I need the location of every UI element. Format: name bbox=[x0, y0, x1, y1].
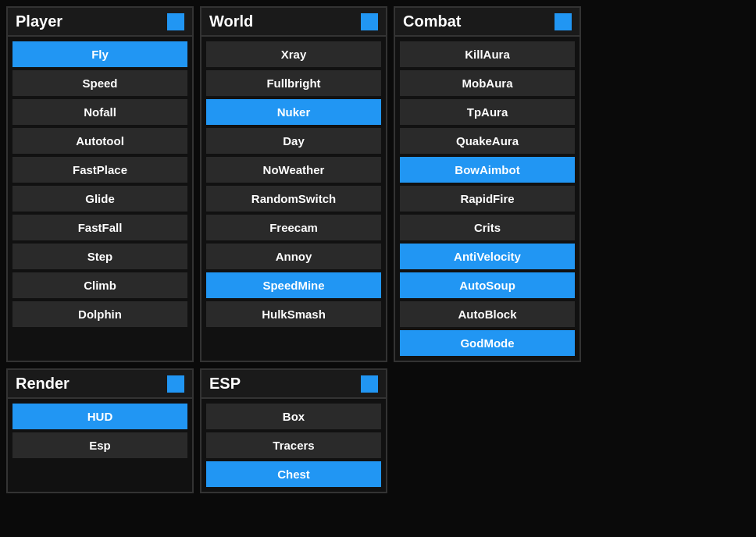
world-button-fullbright[interactable]: Fullbright bbox=[206, 70, 381, 96]
player-button-fly[interactable]: Fly bbox=[12, 41, 187, 67]
combat-panel-title: Combat bbox=[403, 12, 461, 30]
esp-button-chest[interactable]: Chest bbox=[206, 461, 381, 487]
render-panel-toggle[interactable] bbox=[167, 375, 184, 393]
esp-button-box[interactable]: Box bbox=[206, 404, 381, 429]
combat-button-crits[interactable]: Crits bbox=[400, 215, 575, 240]
player-button-speed[interactable]: Speed bbox=[12, 70, 187, 96]
world-panel-toggle[interactable] bbox=[361, 13, 378, 30]
top-row: Player FlySpeedNofallAutotoolFastPlaceGl… bbox=[6, 6, 750, 362]
combat-button-tpaura[interactable]: TpAura bbox=[400, 99, 575, 125]
combat-button-antivelocity[interactable]: AntiVelocity bbox=[400, 244, 575, 269]
world-panel: World XrayFullbrightNukerDayNoWeatherRan… bbox=[200, 6, 387, 362]
combat-button-mobaura[interactable]: MobAura bbox=[400, 70, 575, 96]
world-button-day[interactable]: Day bbox=[206, 128, 381, 154]
player-button-fastplace[interactable]: FastPlace bbox=[12, 157, 187, 183]
world-button-hulksmash[interactable]: HulkSmash bbox=[206, 301, 381, 327]
player-button-nofall[interactable]: Nofall bbox=[12, 99, 187, 125]
world-button-nuker[interactable]: Nuker bbox=[206, 99, 381, 125]
render-button-esp[interactable]: Esp bbox=[12, 432, 187, 458]
render-panel-body: HUDEsp bbox=[8, 399, 192, 463]
esp-panel-toggle[interactable] bbox=[361, 375, 378, 393]
world-button-xray[interactable]: Xray bbox=[206, 41, 381, 67]
combat-panel-toggle[interactable] bbox=[555, 13, 572, 30]
player-button-step[interactable]: Step bbox=[12, 244, 187, 269]
player-panel-body: FlySpeedNofallAutotoolFastPlaceGlideFast… bbox=[8, 37, 192, 332]
combat-panel-header: Combat bbox=[395, 8, 579, 37]
combat-panel: Combat KillAuraMobAuraTpAuraQuakeAuraBow… bbox=[394, 6, 581, 362]
combat-button-quakeaura[interactable]: QuakeAura bbox=[400, 128, 575, 154]
esp-panel-header: ESP bbox=[201, 370, 386, 399]
render-panel-title: Render bbox=[16, 375, 70, 393]
combat-button-rapidfire[interactable]: RapidFire bbox=[400, 186, 575, 212]
world-panel-body: XrayFullbrightNukerDayNoWeatherRandomSwi… bbox=[201, 37, 386, 332]
world-button-randomswitch[interactable]: RandomSwitch bbox=[206, 186, 381, 212]
esp-panel-body: BoxTracersChest bbox=[201, 399, 386, 492]
player-button-climb[interactable]: Climb bbox=[12, 272, 187, 298]
esp-panel-title: ESP bbox=[209, 375, 241, 393]
esp-panel: ESP BoxTracersChest bbox=[200, 368, 387, 493]
player-button-autotool[interactable]: Autotool bbox=[12, 128, 187, 154]
player-button-dolphin[interactable]: Dolphin bbox=[12, 301, 187, 327]
player-button-glide[interactable]: Glide bbox=[12, 186, 187, 212]
player-panel-header: Player bbox=[8, 8, 192, 37]
esp-button-tracers[interactable]: Tracers bbox=[206, 432, 381, 458]
bottom-row: Render HUDEsp ESP BoxTracersChest bbox=[6, 368, 750, 493]
render-panel: Render HUDEsp bbox=[6, 368, 194, 493]
world-button-speedmine[interactable]: SpeedMine bbox=[206, 272, 381, 298]
render-panel-header: Render bbox=[8, 370, 192, 399]
combat-button-autoblock[interactable]: AutoBlock bbox=[400, 301, 575, 327]
combat-button-autosoup[interactable]: AutoSoup bbox=[400, 272, 575, 298]
world-panel-header: World bbox=[201, 8, 386, 37]
player-button-fastfall[interactable]: FastFall bbox=[12, 215, 187, 240]
combat-panel-body: KillAuraMobAuraTpAuraQuakeAuraBowAimbotR… bbox=[395, 37, 579, 361]
world-button-freecam[interactable]: Freecam bbox=[206, 215, 381, 240]
world-button-noweather[interactable]: NoWeather bbox=[206, 157, 381, 183]
player-panel-title: Player bbox=[16, 12, 62, 30]
combat-button-godmode[interactable]: GodMode bbox=[400, 330, 575, 356]
render-button-hud[interactable]: HUD bbox=[12, 404, 187, 429]
combat-button-bowaimbot[interactable]: BowAimbot bbox=[400, 157, 575, 183]
world-panel-title: World bbox=[209, 12, 253, 30]
world-button-annoy[interactable]: Annoy bbox=[206, 244, 381, 269]
player-panel: Player FlySpeedNofallAutotoolFastPlaceGl… bbox=[6, 6, 194, 362]
player-panel-toggle[interactable] bbox=[167, 13, 184, 30]
main-container: Player FlySpeedNofallAutotoolFastPlaceGl… bbox=[0, 0, 756, 537]
combat-button-killaura[interactable]: KillAura bbox=[400, 41, 575, 67]
